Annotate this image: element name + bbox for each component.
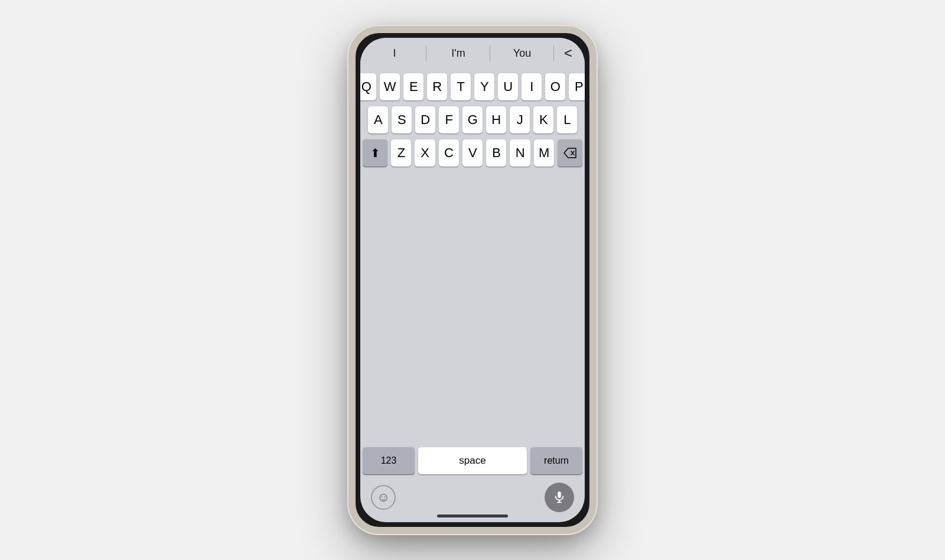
key-j[interactable]: J — [510, 106, 530, 134]
key-m[interactable]: M — [534, 139, 554, 167]
key-v[interactable]: V — [462, 139, 483, 167]
return-key[interactable]: return — [530, 447, 582, 474]
svg-rect-0 — [558, 491, 561, 498]
keyboard-container: I I'm You < Q — [360, 38, 585, 522]
key-row-2: A S D F G H J K L — [363, 106, 582, 134]
key-d[interactable]: D — [415, 106, 435, 134]
key-x[interactable]: X — [415, 139, 435, 167]
key-e[interactable]: E — [403, 73, 423, 100]
key-h[interactable]: H — [486, 106, 506, 134]
key-k[interactable]: K — [533, 106, 553, 134]
phone-inner: I I'm You < Q — [360, 38, 585, 522]
delete-key[interactable] — [558, 139, 582, 167]
key-t[interactable]: T — [451, 73, 471, 100]
key-r[interactable]: R — [427, 73, 447, 100]
key-u[interactable]: U — [498, 73, 518, 100]
key-row-3: ⬆ Z X C V B N M — [363, 139, 582, 167]
keys-area: Q W E R T Y U I O P A S — [360, 69, 585, 447]
numbers-key[interactable]: 123 — [363, 447, 415, 474]
accessory-bar: ☺ — [360, 478, 585, 515]
key-n[interactable]: N — [510, 139, 530, 167]
suggestion-im[interactable]: I'm — [426, 38, 490, 69]
space-key[interactable]: space — [418, 447, 527, 474]
bottom-row: 123 space return — [360, 447, 585, 478]
key-w[interactable]: W — [380, 73, 400, 100]
mic-icon — [553, 491, 566, 504]
shift-key[interactable]: ⬆ — [363, 139, 387, 167]
suggestion-you[interactable]: You — [490, 38, 554, 69]
suggestion-back-button[interactable]: < — [554, 45, 582, 61]
home-indicator — [360, 515, 585, 522]
emoji-button[interactable]: ☺ — [371, 485, 396, 510]
key-p[interactable]: P — [569, 73, 585, 100]
key-s[interactable]: S — [392, 106, 412, 134]
key-b[interactable]: B — [486, 139, 506, 167]
emoji-icon: ☺ — [377, 490, 390, 505]
key-l[interactable]: L — [557, 106, 577, 134]
suggestion-i[interactable]: I — [363, 38, 426, 69]
phone-frame: I I'm You < Q — [348, 26, 597, 534]
key-z[interactable]: Z — [391, 139, 411, 167]
phone-wrapper: I I'm You < Q — [348, 26, 597, 534]
key-i[interactable]: I — [522, 73, 542, 100]
suggestion-bar: I I'm You < — [360, 38, 585, 69]
key-q[interactable]: Q — [360, 73, 376, 100]
key-f[interactable]: F — [439, 106, 459, 134]
key-row-1: Q W E R T Y U I O P — [363, 73, 582, 100]
key-a[interactable]: A — [368, 106, 388, 134]
mic-button[interactable] — [545, 483, 574, 512]
key-c[interactable]: C — [439, 139, 459, 167]
home-bar — [437, 515, 508, 517]
shift-icon: ⬆ — [370, 146, 380, 160]
delete-icon — [563, 148, 576, 158]
key-g[interactable]: G — [462, 106, 483, 134]
key-o[interactable]: O — [545, 73, 565, 100]
key-y[interactable]: Y — [474, 73, 494, 100]
